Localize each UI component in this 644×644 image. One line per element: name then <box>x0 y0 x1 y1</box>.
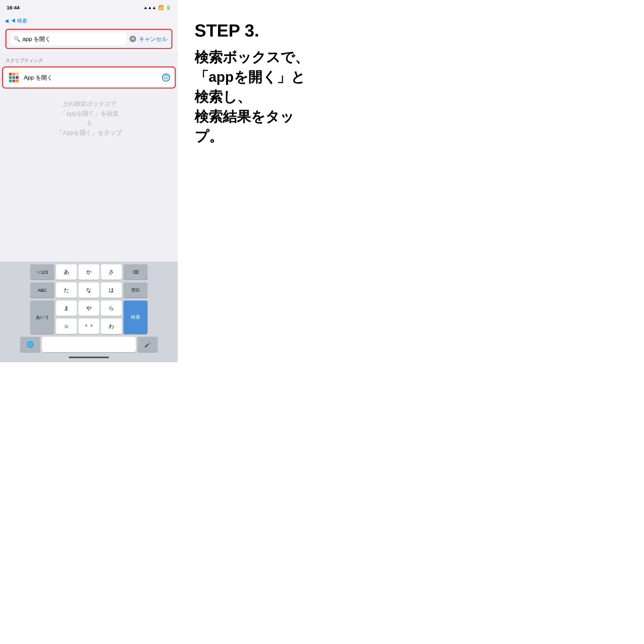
search-input-text: app を開く <box>22 35 123 43</box>
home-bar <box>1 354 176 361</box>
result-item[interactable]: App を開く ⓘ <box>3 67 175 88</box>
kb-key-ka[interactable]: か <box>78 264 99 280</box>
status-bar: 16:44 ▲▲▲ 📶 🔋 <box>0 0 178 15</box>
search-clear-button[interactable]: ✕ <box>129 36 136 42</box>
kb-key-space-bar[interactable] <box>42 337 136 352</box>
arrow-up-icon: ↑ <box>86 92 92 107</box>
annotation-area: ↑ 上の検索ボックスで「appを開く」を検索&「Appを開く」をタップ <box>0 89 178 262</box>
kb-key-na[interactable]: な <box>78 282 99 298</box>
back-chevron-icon: ◀ <box>5 18 9 24</box>
kb-key-ya[interactable]: や <box>78 301 99 316</box>
kb-key-ra[interactable]: ら <box>101 301 122 316</box>
step-title: STEP 3. <box>195 20 349 41</box>
signal-icon: ▲▲▲ <box>143 5 156 10</box>
result-app-name: App を開く <box>24 74 158 82</box>
instruction-panel: STEP 3. 検索ボックスで、「appを開く」と検索し、検索結果をタップ。 <box>178 0 362 362</box>
kb-key-hat[interactable]: ＾＾ <box>78 319 99 334</box>
search-area: 🔍 app を開く ✕ キャンセル <box>5 29 172 49</box>
result-item-wrapper: App を開く ⓘ <box>2 66 176 89</box>
step-description: 検索ボックスで、「appを開く」と検索し、検索結果をタップ。 <box>195 48 349 146</box>
kb-key-123[interactable]: ☆123 <box>30 264 54 280</box>
kb-key-mic[interactable]: 🎤 <box>138 337 158 352</box>
status-time: 16:44 <box>7 5 19 10</box>
kb-key-wa[interactable]: わ <box>101 319 122 334</box>
content-area: スクリプティング App を開く ⓘ <box>0 52 178 262</box>
home-indicator <box>69 357 109 358</box>
section-header: スクリプティング <box>0 52 178 66</box>
back-button[interactable]: ◀ ◀ 検索 <box>5 18 27 24</box>
kb-key-ta[interactable]: た <box>56 282 77 298</box>
kb-key-space[interactable]: 空白 <box>123 282 148 298</box>
search-input-box[interactable]: 🔍 app を開く <box>10 33 127 45</box>
nav-bar: ◀ ◀ 検索 <box>0 15 178 27</box>
kb-key-delete[interactable]: ⌫ <box>123 264 148 280</box>
kb-key-ha[interactable]: は <box>101 282 122 298</box>
search-magnifier-icon: 🔍 <box>14 36 20 42</box>
phone-screenshot: 16:44 ▲▲▲ 📶 🔋 ◀ ◀ 検索 🔍 app を開く ✕ キャンセル ス… <box>0 0 178 362</box>
kb-key-ma[interactable]: ま <box>56 301 77 316</box>
kb-key-smiley[interactable]: ☺ <box>56 319 77 334</box>
kb-key-a[interactable]: あ <box>56 264 77 280</box>
kb-key-globe[interactable]: 🌐 <box>20 337 40 352</box>
keyboard[interactable]: ☆123 あ か さ ⌫ ABC た な は 空白 あいう ま や ら ☺ <box>0 262 178 362</box>
kb-key-sa[interactable]: さ <box>101 264 122 280</box>
kb-key-abc[interactable]: ABC <box>30 282 54 298</box>
info-button[interactable]: ⓘ <box>162 73 170 82</box>
app-icon <box>8 71 20 84</box>
kb-key-search[interactable]: 検索 <box>123 301 148 334</box>
cancel-button[interactable]: キャンセル <box>139 35 167 43</box>
battery-icon: 🔋 <box>166 5 171 10</box>
status-icons: ▲▲▲ 📶 🔋 <box>143 5 171 10</box>
back-label: ◀ 検索 <box>11 18 27 24</box>
kb-key-aiueo[interactable]: あいう <box>30 301 54 334</box>
wifi-icon: 📶 <box>158 5 164 10</box>
